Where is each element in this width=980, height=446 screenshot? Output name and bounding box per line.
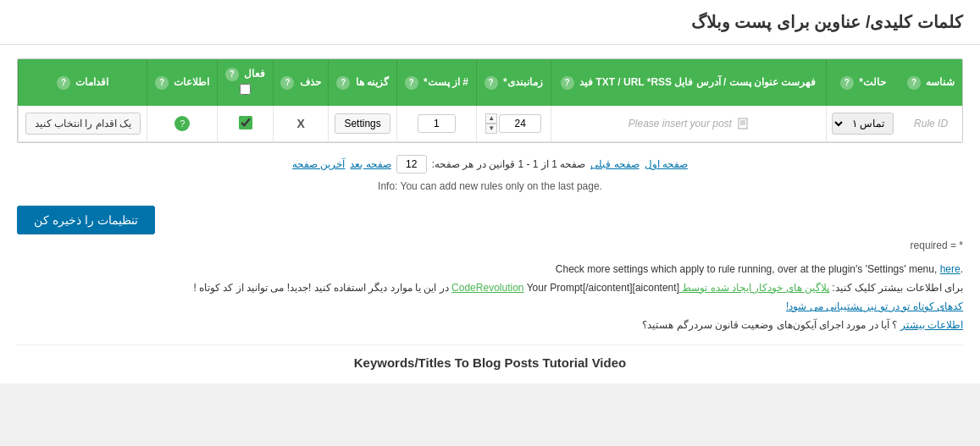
cell-info[interactable]: ?: [147, 106, 218, 142]
help-icon-ruleid[interactable]: ?: [907, 76, 921, 90]
help-icon-status[interactable]: ?: [840, 76, 854, 90]
last-page-link[interactable]: آخرین صفحه: [292, 158, 345, 170]
svg-rect-0: [739, 118, 747, 129]
cell-delete: X: [273, 106, 329, 142]
help-icon-delete[interactable]: ?: [280, 76, 294, 90]
cell-settings[interactable]: Settings: [329, 106, 396, 142]
help-icon-postlist[interactable]: ?: [561, 76, 574, 90]
delete-mark: X: [296, 117, 304, 130]
action-button[interactable]: یک اقدام را انتخاب کنید: [25, 113, 141, 135]
numposts-input[interactable]: 1: [418, 114, 456, 133]
shortcode-link[interactable]: کدهای کوتاه تو در تو نیز پشتیبانی می شود…: [786, 300, 963, 312]
schedule-spinner[interactable]: ▲ ▼: [485, 113, 497, 134]
cell-num-posts[interactable]: 1: [396, 106, 476, 142]
help-icon-actions[interactable]: ?: [57, 76, 70, 90]
help-icon-schedule[interactable]: ?: [484, 76, 498, 90]
spinner-down[interactable]: ▼: [485, 124, 497, 134]
schedule-input[interactable]: 24: [499, 114, 541, 133]
col-header-actions: اقدامات ?: [19, 59, 147, 106]
rules-table: شناسه ? حالت* ? فهرست عنوان پست / آدرس ف…: [18, 59, 962, 142]
settings-button[interactable]: Settings: [335, 113, 390, 134]
col-header-numposts: # از پست* ?: [396, 59, 476, 106]
next-page-link[interactable]: صفحه بعد: [350, 158, 390, 170]
col-header-ruleid: شناسه ?: [900, 59, 962, 106]
cell-post-input[interactable]: Please insert your post: [551, 106, 826, 142]
per-page-input[interactable]: 12: [396, 155, 427, 173]
save-row: تنظیمات را ذخیره کن: [17, 206, 963, 234]
cell-actions[interactable]: یک اقدام را انتخاب کنید: [19, 106, 147, 142]
col-header-options: گزینه ها ?: [329, 59, 396, 106]
required-note: * = required: [17, 240, 963, 251]
active-checkbox[interactable]: [239, 116, 252, 129]
bottom-title: Keywords/Titles To Blog Posts Tutorial V…: [17, 344, 963, 370]
rules-table-container: شناسه ? حالت* ? فهرست عنوان پست / آدرس ف…: [17, 58, 963, 143]
cell-active[interactable]: [218, 106, 274, 142]
autoicon-link[interactable]: اطلاعات بیشتر: [900, 319, 963, 331]
status-select[interactable]: تماس ۱: [832, 113, 894, 135]
post-icon: [738, 118, 748, 129]
help-icon-numposts[interactable]: ?: [405, 76, 418, 90]
first-page-link[interactable]: صفحه اول: [645, 158, 688, 170]
cell-status[interactable]: تماس ۱: [826, 106, 900, 142]
col-header-active: فعال ?: [218, 59, 274, 106]
pagination: صفحه اول صفحه قبلی صفحه 1 از 1 - 1 قوانی…: [17, 155, 963, 173]
save-button[interactable]: تنظیمات را ذخیره کن: [17, 206, 155, 234]
select-all-checkbox[interactable]: [240, 84, 251, 95]
prev-page-link[interactable]: صفحه قبلی: [590, 158, 639, 170]
col-header-post-list: فهرست عنوان پست / آدرس فایل TXT / URL *R…: [551, 59, 826, 106]
new-feature-line: برای اطلاعات بیشتر کلیک کنید: پلاگین های…: [17, 282, 963, 294]
help-icon-info[interactable]: ?: [155, 76, 169, 90]
info-help-icon[interactable]: ?: [174, 116, 190, 131]
post-insert-placeholder: Please insert your post: [628, 118, 748, 129]
col-header-delete: حذف ?: [273, 59, 329, 106]
col-header-info: اطلاعات ?: [147, 59, 218, 106]
page-title: کلمات کلیدی/ عناوین برای پست وبلاگ: [0, 0, 980, 45]
cell-schedule[interactable]: 24 ▲ ▼: [476, 106, 551, 142]
here-link[interactable]: here: [940, 263, 961, 275]
spinner-up[interactable]: ▲: [485, 113, 497, 124]
shortcode-line: کدهای کوتاه تو در تو نیز پشتیبانی می شود…: [17, 300, 963, 312]
autoicon-line: اطلاعات بیشتر ؟ آیا در مورد اجرای آیکون‌…: [17, 319, 963, 331]
check-settings-line: .Check more settings which apply to rule…: [17, 263, 963, 275]
info-line: Info: You can add new rules only on the …: [17, 180, 963, 192]
info-section: .Check more settings which apply to rule…: [17, 263, 963, 331]
col-header-status: حالت* ?: [826, 59, 900, 106]
table-row: Rule ID تماس ۱: [19, 106, 963, 142]
help-icon-options[interactable]: ?: [336, 76, 350, 90]
cell-rule-id: Rule ID: [900, 106, 962, 142]
help-icon-active[interactable]: ?: [225, 68, 239, 81]
pagination-info: صفحه 1 از 1 - 1 قوانین در هر صفحه:: [432, 158, 585, 170]
col-header-schedule: زمانبندی* ?: [476, 59, 551, 106]
